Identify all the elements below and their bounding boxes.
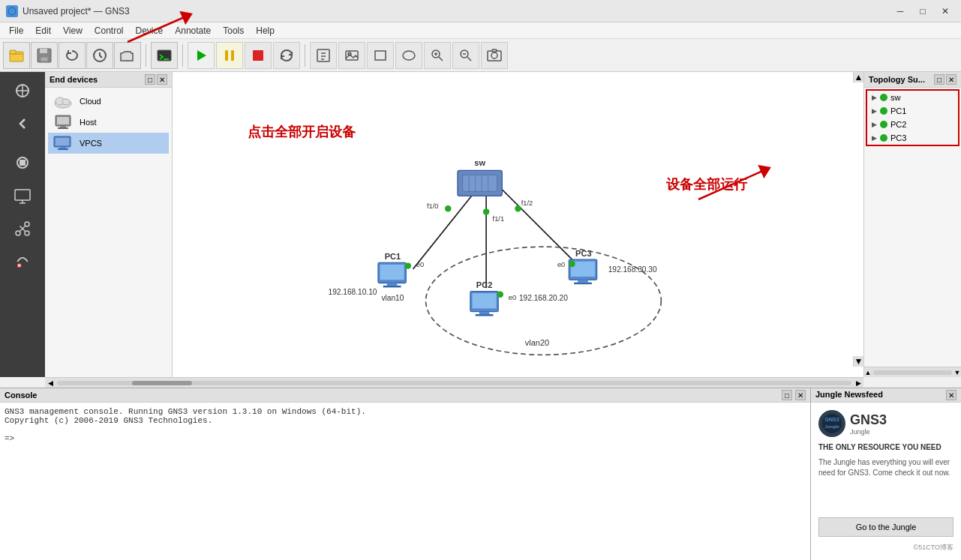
devices-panel: End devices □ ✕ Cloud Host <box>45 72 173 377</box>
jungle-tagline: THE ONLY RESOURCE YOU NEED <box>818 443 953 451</box>
playback-group <box>188 42 215 69</box>
topo-scroll-down[interactable]: ▼ <box>953 369 961 376</box>
console-line-1: GNS3 management console. Running GNS3 ve… <box>5 407 806 416</box>
toolbar-sep-2 <box>182 44 183 67</box>
jungle-logo-text: GNS3 <box>850 412 887 428</box>
close-button[interactable]: ✕ <box>935 4 955 19</box>
go-to-jungle-button[interactable]: Go to the Jungle <box>818 517 953 537</box>
reload-button[interactable] <box>273 42 300 69</box>
scroll-down-button[interactable]: ▼ <box>853 356 863 367</box>
screenshot-button[interactable] <box>481 42 508 69</box>
svg-rect-39 <box>57 117 69 124</box>
zoom-in-button[interactable] <box>424 42 451 69</box>
menu-device[interactable]: Device <box>130 24 170 37</box>
jungle-title: Jungle Newsfeed <box>815 390 883 400</box>
devices-close-button[interactable]: ✕ <box>157 74 167 85</box>
menu-tools[interactable]: Tools <box>217 24 250 37</box>
connection-error-button[interactable] <box>5 246 41 277</box>
console-restore-button[interactable]: □ <box>782 390 792 400</box>
host-label: Host <box>80 118 97 127</box>
console-close-button[interactable]: ✕ <box>795 390 806 400</box>
devices-restore-button[interactable]: □ <box>145 74 155 85</box>
stop-button[interactable] <box>245 42 272 69</box>
jungle-close-button[interactable]: ✕ <box>946 390 956 400</box>
maximize-button[interactable]: □ <box>913 4 932 19</box>
pc3-label: PC3 <box>890 133 906 142</box>
svg-rect-75 <box>476 314 494 316</box>
svg-text:192.168.20.20: 192.168.20.20 <box>519 294 568 302</box>
device-host[interactable]: Host <box>48 112 169 133</box>
svg-text:PC1: PC1 <box>385 252 401 261</box>
svg-point-37 <box>62 99 70 105</box>
topology-item-pc1[interactable]: ▶ PC1 <box>867 104 958 118</box>
workspace: End devices □ ✕ Cloud Host <box>0 72 961 377</box>
canvas-area[interactable]: ▲ sw <box>173 72 863 377</box>
topology-item-sw[interactable]: ▶ sw <box>867 91 958 104</box>
file-tools <box>3 42 141 69</box>
links-button[interactable] <box>5 213 41 244</box>
vpcs-label: VPCS <box>80 139 102 148</box>
jungle-header: Jungle Newsfeed ✕ <box>811 388 961 403</box>
topology-item-pc3[interactable]: ▶ PC3 <box>867 131 958 145</box>
pan-button[interactable] <box>5 75 41 106</box>
topology-header: Topology Su... □ ✕ <box>864 72 961 88</box>
svg-rect-44 <box>60 147 66 148</box>
topo-scroll-up[interactable]: ▲ <box>864 369 872 376</box>
devices-panel-header: End devices □ ✕ <box>45 72 172 88</box>
monitor-button[interactable] <box>5 180 41 211</box>
device-cloud[interactable]: Cloud <box>48 91 169 112</box>
scroll-right-button[interactable]: ▶ <box>853 379 863 387</box>
rotate-button[interactable] <box>5 147 41 178</box>
menu-help[interactable]: Help <box>250 24 281 37</box>
image-button[interactable] <box>338 42 365 69</box>
window-controls: ─ □ ✕ <box>890 4 955 19</box>
menu-view[interactable]: View <box>57 24 89 37</box>
app-layout: End devices □ ✕ Cloud Host <box>0 72 961 560</box>
save-button[interactable] <box>31 42 58 69</box>
menu-edit[interactable]: Edit <box>29 24 57 37</box>
ellipse-button[interactable] <box>395 42 422 69</box>
play-button[interactable] <box>188 42 215 69</box>
rectangle-button[interactable] <box>367 42 394 69</box>
window-title: Unsaved project* — GNS3 <box>23 6 890 16</box>
minimize-button[interactable]: ─ <box>890 4 910 19</box>
snapshot-button[interactable] <box>114 42 141 69</box>
menu-annotate[interactable]: Annotate <box>169 24 217 37</box>
toolbar <box>0 39 961 72</box>
svg-point-58 <box>483 208 489 214</box>
svg-text:f1/2: f1/2 <box>521 199 533 207</box>
canvas-scrollbar-h: ◀ ▶ <box>45 377 863 388</box>
open-button[interactable] <box>3 42 30 69</box>
svg-rect-15 <box>253 50 263 61</box>
svg-rect-4 <box>40 49 47 53</box>
history-button[interactable] <box>86 42 113 69</box>
left-nav-controls <box>0 72 45 377</box>
svg-rect-13 <box>225 50 228 61</box>
console-line-2: Copyright (c) 2006-2019 GNS3 Technologie… <box>5 416 806 425</box>
edit-node-button[interactable] <box>310 42 337 69</box>
back-button[interactable] <box>5 108 41 139</box>
svg-text:e0: e0 <box>416 261 424 268</box>
menu-bar: File Edit View Control Device Annotate T… <box>0 22 961 39</box>
console-button[interactable] <box>151 42 178 69</box>
console-header: Console □ ✕ <box>0 388 810 403</box>
svg-rect-52 <box>463 175 497 191</box>
topology-restore-button[interactable]: □ <box>934 74 944 85</box>
copyright-label: ©51CTO博客 <box>818 543 953 553</box>
topology-highlight-box: ▶ sw ▶ PC1 ▶ PC2 ▶ <box>866 89 959 146</box>
undo-button[interactable] <box>59 42 86 69</box>
scroll-left-button[interactable]: ◀ <box>45 379 56 387</box>
host-icon <box>53 115 74 130</box>
menu-control[interactable]: Control <box>89 24 130 37</box>
menu-file[interactable]: File <box>3 24 29 37</box>
device-vpcs[interactable]: VPCS <box>48 133 169 154</box>
topology-close-button[interactable]: ✕ <box>946 74 956 85</box>
console-content[interactable]: GNS3 management console. Running GNS3 ve… <box>0 403 810 560</box>
console-tools <box>151 42 178 69</box>
svg-text:Jungle: Jungle <box>824 424 839 429</box>
topology-scroll: ▶ sw ▶ PC1 ▶ PC2 ▶ <box>867 91 958 145</box>
topology-item-pc2[interactable]: ▶ PC2 <box>867 118 958 131</box>
pause-button[interactable] <box>216 42 243 69</box>
zoom-out-button[interactable] <box>452 42 479 69</box>
console-title: Console <box>5 391 37 400</box>
